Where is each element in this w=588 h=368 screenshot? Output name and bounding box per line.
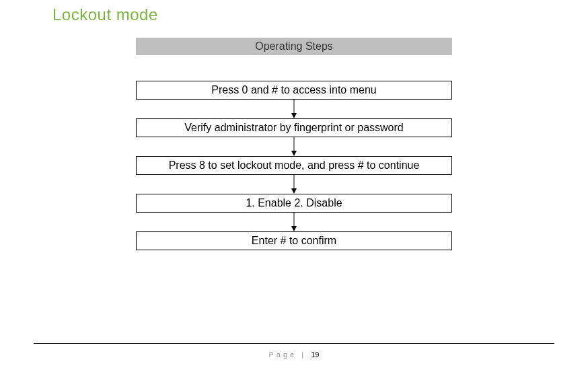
footer-page-number: 19 [311, 351, 319, 359]
section-heading: Lockout mode [0, 0, 588, 24]
arrow-down-icon [136, 213, 452, 231]
footer-divider [34, 343, 554, 344]
operating-steps-header: Operating Steps [136, 38, 452, 55]
arrow-down-icon [136, 100, 452, 118]
step-box-5: Enter # to confirm [136, 231, 452, 250]
page-footer: Page | 19 [0, 351, 588, 359]
step-box-3: Press 8 to set lockout mode, and press #… [136, 156, 452, 175]
arrow-down-icon [136, 137, 452, 156]
svg-marker-3 [291, 151, 297, 156]
step-box-2: Verify administrator by fingerprint or p… [136, 118, 452, 137]
flow-diagram: Operating Steps Press 0 and # to access … [136, 38, 452, 250]
footer-separator: | [297, 351, 311, 359]
step-box-4: 1. Enable 2. Disable [136, 194, 452, 213]
svg-marker-1 [291, 113, 297, 118]
step-box-1: Press 0 and # to access into menu [136, 81, 452, 100]
svg-marker-7 [291, 226, 297, 231]
footer-page-label: Page [269, 351, 297, 359]
svg-marker-5 [291, 188, 297, 194]
arrow-down-icon [136, 175, 452, 194]
